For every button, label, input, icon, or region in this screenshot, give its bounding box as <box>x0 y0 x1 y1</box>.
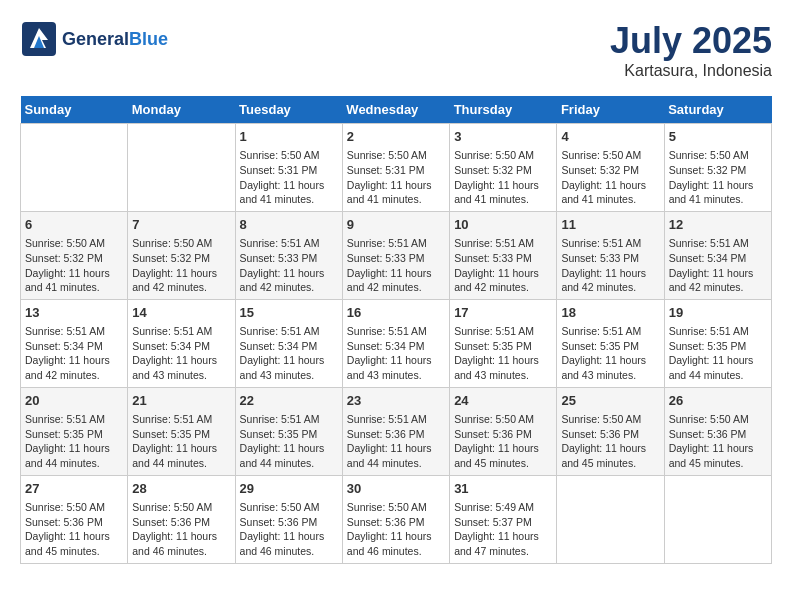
cell-line: Sunset: 5:35 PM <box>454 340 532 352</box>
day-number: 24 <box>454 392 552 410</box>
cell-line: Daylight: 11 hours <box>240 267 325 279</box>
day-number: 26 <box>669 392 767 410</box>
cell-line: Daylight: 11 hours <box>132 354 217 366</box>
cell-line: Daylight: 11 hours <box>454 442 539 454</box>
cell-line: Sunrise: 5:50 AM <box>454 149 534 161</box>
cell-line: Sunrise: 5:51 AM <box>561 237 641 249</box>
cell-line: and 41 minutes. <box>240 193 315 205</box>
cell-content: Sunrise: 5:51 AMSunset: 5:33 PMDaylight:… <box>240 236 338 295</box>
day-number: 17 <box>454 304 552 322</box>
cell-line: and 42 minutes. <box>669 281 744 293</box>
calendar-cell: 4Sunrise: 5:50 AMSunset: 5:32 PMDaylight… <box>557 124 664 212</box>
cell-content: Sunrise: 5:50 AMSunset: 5:31 PMDaylight:… <box>240 148 338 207</box>
calendar-cell: 8Sunrise: 5:51 AMSunset: 5:33 PMDaylight… <box>235 211 342 299</box>
cell-content: Sunrise: 5:51 AMSunset: 5:35 PMDaylight:… <box>561 324 659 383</box>
cell-line: Sunrise: 5:50 AM <box>561 149 641 161</box>
cell-line: and 42 minutes. <box>454 281 529 293</box>
cell-line: Sunrise: 5:49 AM <box>454 501 534 513</box>
cell-line: Daylight: 11 hours <box>347 442 432 454</box>
day-number: 28 <box>132 480 230 498</box>
cell-content: Sunrise: 5:51 AMSunset: 5:35 PMDaylight:… <box>132 412 230 471</box>
cell-line: Sunrise: 5:50 AM <box>132 501 212 513</box>
cell-line: Daylight: 11 hours <box>240 530 325 542</box>
cell-content: Sunrise: 5:50 AMSunset: 5:36 PMDaylight:… <box>25 500 123 559</box>
calendar-cell: 10Sunrise: 5:51 AMSunset: 5:33 PMDayligh… <box>450 211 557 299</box>
cell-line: and 44 minutes. <box>347 457 422 469</box>
calendar-cell: 25Sunrise: 5:50 AMSunset: 5:36 PMDayligh… <box>557 387 664 475</box>
cell-line: Sunrise: 5:51 AM <box>347 325 427 337</box>
cell-line: Sunset: 5:31 PM <box>347 164 425 176</box>
cell-line: Daylight: 11 hours <box>561 179 646 191</box>
cell-line: and 42 minutes. <box>561 281 636 293</box>
calendar-table: SundayMondayTuesdayWednesdayThursdayFrid… <box>20 96 772 564</box>
cell-content: Sunrise: 5:51 AMSunset: 5:34 PMDaylight:… <box>347 324 445 383</box>
cell-line: Sunrise: 5:51 AM <box>347 413 427 425</box>
cell-content: Sunrise: 5:50 AMSunset: 5:36 PMDaylight:… <box>454 412 552 471</box>
calendar-header-row: SundayMondayTuesdayWednesdayThursdayFrid… <box>21 96 772 124</box>
cell-line: Sunrise: 5:50 AM <box>347 149 427 161</box>
day-number: 23 <box>347 392 445 410</box>
day-number: 9 <box>347 216 445 234</box>
day-number: 19 <box>669 304 767 322</box>
cell-line: and 42 minutes. <box>132 281 207 293</box>
calendar-cell: 12Sunrise: 5:51 AMSunset: 5:34 PMDayligh… <box>664 211 771 299</box>
calendar-cell: 7Sunrise: 5:50 AMSunset: 5:32 PMDaylight… <box>128 211 235 299</box>
calendar-cell: 13Sunrise: 5:51 AMSunset: 5:34 PMDayligh… <box>21 299 128 387</box>
day-number: 3 <box>454 128 552 146</box>
day-number: 4 <box>561 128 659 146</box>
day-number: 13 <box>25 304 123 322</box>
cell-line: Sunrise: 5:50 AM <box>669 149 749 161</box>
cell-content: Sunrise: 5:51 AMSunset: 5:33 PMDaylight:… <box>454 236 552 295</box>
cell-content: Sunrise: 5:50 AMSunset: 5:36 PMDaylight:… <box>347 500 445 559</box>
cell-line: Daylight: 11 hours <box>454 267 539 279</box>
cell-content: Sunrise: 5:50 AMSunset: 5:31 PMDaylight:… <box>347 148 445 207</box>
cell-line: Daylight: 11 hours <box>132 442 217 454</box>
calendar-cell: 16Sunrise: 5:51 AMSunset: 5:34 PMDayligh… <box>342 299 449 387</box>
day-number: 2 <box>347 128 445 146</box>
cell-line: and 44 minutes. <box>132 457 207 469</box>
cell-line: Sunrise: 5:51 AM <box>132 413 212 425</box>
calendar-cell: 15Sunrise: 5:51 AMSunset: 5:34 PMDayligh… <box>235 299 342 387</box>
cell-content: Sunrise: 5:51 AMSunset: 5:33 PMDaylight:… <box>561 236 659 295</box>
cell-content: Sunrise: 5:50 AMSunset: 5:36 PMDaylight:… <box>240 500 338 559</box>
cell-line: Sunset: 5:35 PM <box>25 428 103 440</box>
cell-line: Sunrise: 5:50 AM <box>25 501 105 513</box>
cell-line: Sunset: 5:34 PM <box>347 340 425 352</box>
cell-line: Sunrise: 5:50 AM <box>669 413 749 425</box>
cell-line: Sunset: 5:36 PM <box>240 516 318 528</box>
cell-line: and 43 minutes. <box>240 369 315 381</box>
logo-icon <box>20 20 58 58</box>
cell-line: Sunset: 5:32 PM <box>454 164 532 176</box>
cell-line: Sunrise: 5:51 AM <box>25 413 105 425</box>
cell-line: Sunrise: 5:51 AM <box>132 325 212 337</box>
cell-line: Daylight: 11 hours <box>561 354 646 366</box>
cell-line: and 41 minutes. <box>25 281 100 293</box>
column-header-friday: Friday <box>557 96 664 124</box>
cell-line: Daylight: 11 hours <box>25 354 110 366</box>
cell-content: Sunrise: 5:51 AMSunset: 5:36 PMDaylight:… <box>347 412 445 471</box>
cell-line: Daylight: 11 hours <box>561 442 646 454</box>
calendar-cell: 27Sunrise: 5:50 AMSunset: 5:36 PMDayligh… <box>21 475 128 563</box>
cell-line: and 42 minutes. <box>25 369 100 381</box>
cell-line: Sunset: 5:35 PM <box>132 428 210 440</box>
cell-content: Sunrise: 5:51 AMSunset: 5:34 PMDaylight:… <box>132 324 230 383</box>
calendar-cell: 29Sunrise: 5:50 AMSunset: 5:36 PMDayligh… <box>235 475 342 563</box>
day-number: 15 <box>240 304 338 322</box>
cell-line: Sunrise: 5:51 AM <box>669 325 749 337</box>
calendar-cell: 1Sunrise: 5:50 AMSunset: 5:31 PMDaylight… <box>235 124 342 212</box>
calendar-cell: 24Sunrise: 5:50 AMSunset: 5:36 PMDayligh… <box>450 387 557 475</box>
cell-line: Sunrise: 5:50 AM <box>132 237 212 249</box>
day-number: 7 <box>132 216 230 234</box>
cell-line: and 42 minutes. <box>240 281 315 293</box>
calendar-cell: 28Sunrise: 5:50 AMSunset: 5:36 PMDayligh… <box>128 475 235 563</box>
cell-content: Sunrise: 5:50 AMSunset: 5:36 PMDaylight:… <box>132 500 230 559</box>
calendar-cell: 20Sunrise: 5:51 AMSunset: 5:35 PMDayligh… <box>21 387 128 475</box>
calendar-cell: 3Sunrise: 5:50 AMSunset: 5:32 PMDaylight… <box>450 124 557 212</box>
day-number: 29 <box>240 480 338 498</box>
cell-line: Daylight: 11 hours <box>347 267 432 279</box>
cell-line: Sunset: 5:33 PM <box>240 252 318 264</box>
cell-line: Sunrise: 5:50 AM <box>454 413 534 425</box>
cell-line: Sunrise: 5:50 AM <box>240 501 320 513</box>
cell-line: Sunset: 5:36 PM <box>132 516 210 528</box>
cell-line: and 41 minutes. <box>561 193 636 205</box>
